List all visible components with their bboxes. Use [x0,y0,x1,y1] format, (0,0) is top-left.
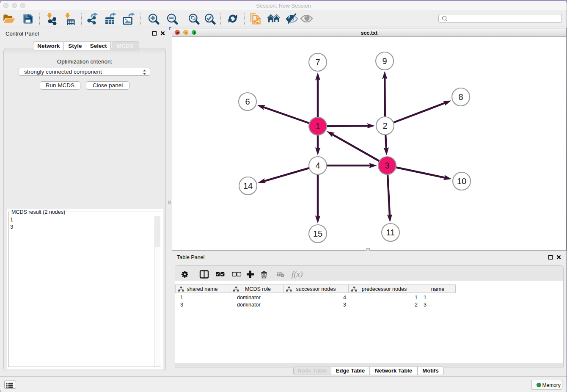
svg-text:7: 7 [315,58,320,67]
svg-text:9: 9 [382,56,387,66]
svg-text:15: 15 [313,229,322,238]
svg-text:10: 10 [457,177,466,186]
svg-text:1: 1 [315,121,320,131]
svg-text:11: 11 [386,228,395,237]
svg-text:4: 4 [315,161,320,170]
svg-text:3: 3 [385,161,389,170]
svg-text:14: 14 [243,181,253,190]
svg-text:f(x): f(x) [292,270,303,279]
svg-text:2: 2 [383,121,387,130]
svg-text:6: 6 [245,97,250,106]
svg-text:8: 8 [458,92,463,102]
